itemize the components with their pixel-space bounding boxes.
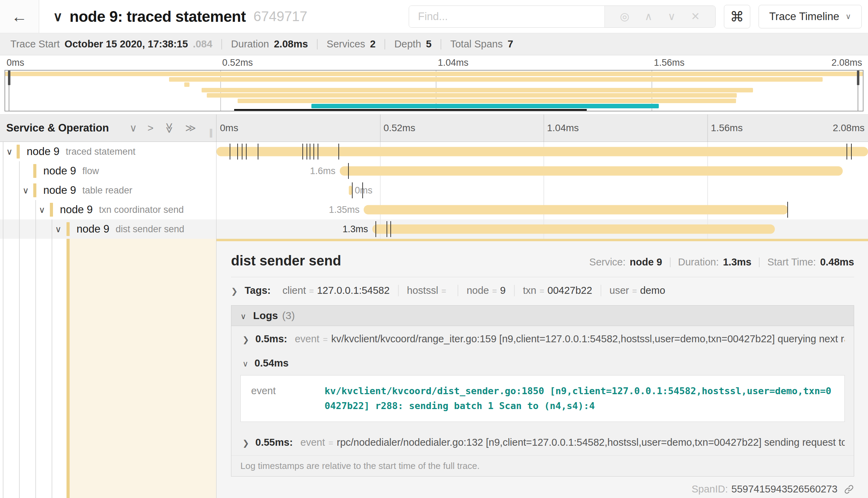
span-color-swatch <box>50 203 53 217</box>
locate-match-icon[interactable]: ◎ <box>620 10 629 23</box>
span-duration-bar[interactable] <box>340 166 843 176</box>
minimap-span-bar <box>169 77 823 82</box>
summary-label: Duration <box>231 38 269 50</box>
double-chevron-down-icon[interactable]: ≫ <box>164 123 175 133</box>
span-color-swatch <box>17 145 20 159</box>
span-duration-bar[interactable] <box>364 205 788 215</box>
log-marker-tick <box>246 144 247 160</box>
ruler-gridline <box>543 115 544 142</box>
summary-value: October 15 2020, 17:38:15 <box>64 38 188 50</box>
trace-collapse-chevron-icon[interactable]: ∨ <box>53 9 63 24</box>
tag-item: hostssl= <box>398 285 458 296</box>
ruler-tick-label: 2.08ms <box>833 123 865 134</box>
span-name-cell[interactable]: ∨node 9table reader <box>0 181 216 200</box>
span-row: ∨node 9traced statement <box>0 142 868 161</box>
span-detail-left-fill <box>70 239 216 498</box>
span-duration-label: 1.3ms <box>343 224 368 235</box>
span-timeline-cell[interactable]: 1.6ms <box>216 161 868 181</box>
span-duration-bar[interactable] <box>349 186 352 195</box>
previous-match-icon[interactable]: ∧ <box>645 10 653 23</box>
chevron-right-icon[interactable]: > <box>148 123 154 133</box>
minimap-time-label: 2.08ms <box>831 57 862 68</box>
tags-row[interactable]: ❯ Tags: client=127.0.0.1:54582hostssl=no… <box>231 285 854 296</box>
span-detail-title: dist sender send <box>231 253 341 269</box>
span-row: ∨node 9txn coordinator send1.35ms <box>0 200 868 219</box>
summary-value: 2.08ms <box>274 38 308 50</box>
span-service-name: node 9 <box>0 184 76 197</box>
chevron-down-icon: ∨ <box>242 359 248 369</box>
span-detail-meta: Service:node 9Duration:1.3msStart Time:0… <box>589 256 854 268</box>
span-timeline-cell[interactable]: 1.35ms <box>216 200 868 219</box>
keyboard-shortcuts-button[interactable]: ⌘ <box>724 5 750 28</box>
log-entry-collapsed[interactable]: ❯0.5ms:event=kv/kvclient/kvcoord/range_i… <box>231 326 854 352</box>
log-entry-expanded-header[interactable]: ∨0.54ms <box>231 352 854 371</box>
span-name-cell[interactable]: node 9flow <box>0 161 216 181</box>
log-marker-tick <box>237 144 238 160</box>
span-timeline-cell[interactable]: 1.3ms <box>216 219 868 239</box>
span-color-swatch <box>67 222 70 236</box>
span-name-cell[interactable]: ∨node 9txn coordinator send <box>0 200 216 219</box>
back-button[interactable]: ← <box>0 0 39 33</box>
tree-guide-line <box>3 219 3 239</box>
link-icon[interactable] <box>844 484 854 495</box>
chevron-down-icon[interactable]: ∨ <box>55 224 61 234</box>
chevron-down-icon[interactable]: ∨ <box>39 205 45 215</box>
log-marker-tick <box>338 144 339 160</box>
detail-meta-item: Start Time:0.48ms <box>767 256 854 268</box>
span-detail-header: dist sender send Service:node 9Duration:… <box>231 253 854 269</box>
chevron-down-icon[interactable]: ∨ <box>130 123 137 133</box>
column-resize-handle[interactable]: ∥ <box>209 127 213 138</box>
ruler-gridline <box>380 115 381 142</box>
span-operation-name: traced statement <box>66 146 135 157</box>
tree-guide-line <box>19 161 20 181</box>
trace-view-select[interactable]: Trace Timeline ∨ <box>759 5 862 28</box>
tree-guide-line <box>35 239 36 498</box>
tag-item: node=9 <box>458 285 514 296</box>
minimap-scrubber-handle[interactable] <box>8 71 10 85</box>
trace-summary-item: Services2 <box>327 38 375 50</box>
span-name-cell[interactable]: ∨node 9traced statement <box>0 142 216 161</box>
tag-equals: = <box>309 286 314 296</box>
tree-guide-line <box>3 200 3 219</box>
minimap-time-label: 1.04ms <box>438 57 469 68</box>
tag-value: 127.0.0.1:54582 <box>317 285 390 296</box>
tree-guide-line <box>35 219 36 239</box>
summary-label: Total Spans <box>450 38 503 50</box>
span-name-cell[interactable]: ∨node 9dist sender send <box>0 219 216 239</box>
span-timeline-cell[interactable] <box>216 142 868 161</box>
minimap-canvas[interactable] <box>5 70 863 111</box>
minimap-span-bar <box>184 82 189 87</box>
find-input[interactable] <box>409 6 604 27</box>
minimap-time-label: 0ms <box>7 57 24 68</box>
log-marker-tick <box>348 163 349 179</box>
chevron-down-icon[interactable]: ∨ <box>6 147 12 157</box>
span-duration-bar[interactable] <box>372 225 775 234</box>
logs-header[interactable]: ∨ Logs (3) <box>231 306 854 326</box>
log-timestamp: 0.54ms <box>255 357 289 369</box>
back-arrow-icon: ← <box>11 7 27 26</box>
ruler-tick-label: 1.04ms <box>547 123 579 134</box>
tree-guide-line <box>19 219 20 239</box>
span-timeline-cell[interactable]: 0ms <box>216 181 868 200</box>
log-entry-collapsed[interactable]: ❯0.55ms:event=rpc/nodedialer/nodedialer.… <box>231 429 854 455</box>
separator <box>384 39 385 49</box>
tree-guide-line <box>52 239 52 498</box>
span-operation-name: txn coordinator send <box>99 205 184 215</box>
log-field-equals: = <box>323 335 328 344</box>
logs-count: (3) <box>282 310 295 322</box>
tag-key: user <box>610 285 629 296</box>
log-marker-tick <box>390 221 391 237</box>
log-marker-tick <box>313 144 314 160</box>
summary-value: 2 <box>370 38 375 50</box>
chevron-down-icon[interactable]: ∨ <box>23 185 29 196</box>
next-match-icon[interactable]: ∨ <box>668 10 676 23</box>
span-row: ∨node 9dist sender send1.3ms <box>0 219 868 239</box>
minimap-scrubber-handle[interactable] <box>857 71 859 85</box>
separator <box>670 257 671 267</box>
clear-search-icon[interactable]: ✕ <box>691 10 700 23</box>
span-service-name: node 9 <box>0 203 93 216</box>
span-detail-row: dist sender send Service:node 9Duration:… <box>0 239 868 498</box>
span-id-row: SpanID: 5597415943526560273 <box>231 483 854 495</box>
double-chevron-right-icon[interactable]: ≫ <box>185 123 196 133</box>
span-duration-label: 0ms <box>355 185 372 196</box>
